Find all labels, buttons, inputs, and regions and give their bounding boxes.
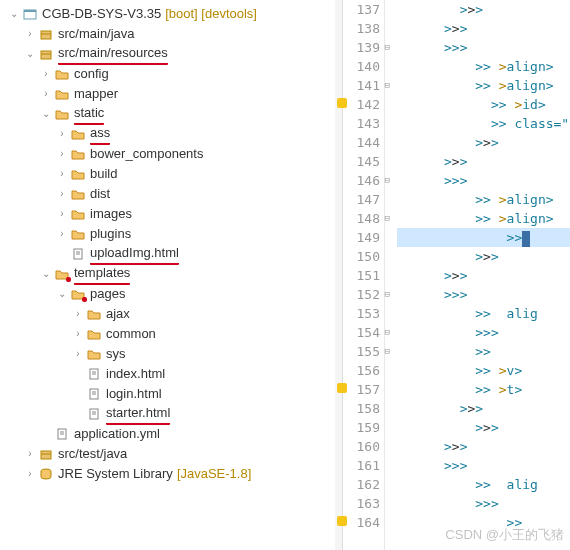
line-number[interactable]: 159 [343, 418, 380, 437]
code-line[interactable]: >> >align> [397, 76, 570, 95]
code-area[interactable]: >>> >>> >>> >> >align> >> >align> >> >id… [397, 0, 570, 532]
chevron-right-icon[interactable]: › [38, 84, 54, 104]
line-number[interactable]: 152⊟ [343, 285, 380, 304]
project-tree[interactable]: ⌄CGB-DB-SYS-V3.35 [boot] [devtools]›src/… [0, 0, 335, 550]
line-number[interactable]: 163 [343, 494, 380, 513]
code-line[interactable]: >>> [397, 0, 570, 19]
line-number[interactable]: 161 [343, 456, 380, 475]
code-line[interactable]: >>> [397, 19, 570, 38]
code-line[interactable]: >> >align> [397, 190, 570, 209]
code-line[interactable]: >>> [397, 171, 570, 190]
code-line[interactable]: >> >v> [397, 361, 570, 380]
line-number[interactable]: 150 [343, 247, 380, 266]
tree-item[interactable]: ⌄pages [4, 284, 335, 304]
chevron-right-icon[interactable]: › [70, 324, 86, 344]
tree-item[interactable]: ›dist [4, 184, 335, 204]
code-line[interactable]: >> alig [397, 304, 570, 323]
tree-item[interactable]: application.yml [4, 424, 335, 444]
tree-item[interactable]: ›bower_components [4, 144, 335, 164]
chevron-right-icon[interactable]: › [54, 224, 70, 244]
line-number[interactable]: 144 [343, 133, 380, 152]
tree-item[interactable]: ›JRE System Library [JavaSE-1.8] [4, 464, 335, 484]
line-number[interactable]: 140 [343, 57, 380, 76]
chevron-right-icon[interactable]: › [54, 204, 70, 224]
tree-item[interactable]: ›src/main/java [4, 24, 335, 44]
code-line[interactable]: >>> [397, 38, 570, 57]
chevron-down-icon[interactable]: ⌄ [22, 44, 38, 64]
line-number[interactable]: 145 [343, 152, 380, 171]
code-line[interactable]: >> >align> [397, 57, 570, 76]
code-line[interactable]: >>> [397, 133, 570, 152]
chevron-right-icon[interactable]: › [54, 124, 70, 144]
line-number[interactable]: 153 [343, 304, 380, 323]
code-line[interactable]: >> [397, 513, 570, 532]
code-line[interactable]: >>> [397, 456, 570, 475]
chevron-down-icon[interactable]: ⌄ [54, 284, 70, 304]
line-number[interactable]: 137 [343, 0, 380, 19]
chevron-right-icon[interactable]: › [22, 444, 38, 464]
line-number[interactable]: 156 [343, 361, 380, 380]
line-number[interactable]: 149 [343, 228, 380, 247]
tree-item[interactable]: starter.html [4, 404, 335, 424]
line-number[interactable]: 164 [343, 513, 380, 532]
code-line[interactable]: >>> [397, 152, 570, 171]
chevron-down-icon[interactable]: ⌄ [38, 264, 54, 284]
line-number[interactable]: 139⊟ [343, 38, 380, 57]
tree-item[interactable]: ⌄static [4, 104, 335, 124]
chevron-down-icon[interactable]: ⌄ [38, 104, 54, 124]
chevron-right-icon[interactable]: › [38, 64, 54, 84]
line-number[interactable]: 157 [343, 380, 380, 399]
line-number[interactable]: 138 [343, 19, 380, 38]
tree-item[interactable]: ›common [4, 324, 335, 344]
code-line[interactable]: >>> [397, 266, 570, 285]
tree-item[interactable]: ›ajax [4, 304, 335, 324]
tree-item[interactable]: ›build [4, 164, 335, 184]
chevron-right-icon[interactable]: › [22, 464, 38, 484]
tree-item[interactable]: ›mapper [4, 84, 335, 104]
chevron-right-icon[interactable]: › [54, 184, 70, 204]
line-number[interactable]: 160 [343, 437, 380, 456]
tree-item[interactable]: ›config [4, 64, 335, 84]
tree-item[interactable]: ⌄CGB-DB-SYS-V3.35 [boot] [devtools] [4, 4, 335, 24]
tree-item[interactable]: ⌄templates [4, 264, 335, 284]
line-number[interactable]: 155⊟ [343, 342, 380, 361]
chevron-down-icon[interactable]: ⌄ [6, 4, 22, 24]
chevron-right-icon[interactable]: › [70, 304, 86, 324]
code-line[interactable]: >>> [397, 418, 570, 437]
code-line[interactable]: >>> [397, 494, 570, 513]
chevron-right-icon[interactable]: › [54, 164, 70, 184]
line-number[interactable]: 154⊟ [343, 323, 380, 342]
tree-item[interactable]: ›plugins [4, 224, 335, 244]
line-number[interactable]: 151 [343, 266, 380, 285]
code-line[interactable]: >> >align> [397, 209, 570, 228]
code-line[interactable]: >> [397, 342, 570, 361]
tree-item[interactable]: uploadImg.html [4, 244, 335, 264]
tree-item[interactable]: ›ass [4, 124, 335, 144]
tree-item[interactable]: ›src/test/java [4, 444, 335, 464]
line-number[interactable]: 143 [343, 114, 380, 133]
line-number[interactable]: 148⊟ [343, 209, 380, 228]
tree-item[interactable]: login.html [4, 384, 335, 404]
code-line[interactable]: >>> [397, 437, 570, 456]
code-line[interactable]: >> class="ent">&nbsp;>>> [397, 114, 570, 133]
tree-item[interactable]: ›sys [4, 344, 335, 364]
tree-item[interactable]: ›images [4, 204, 335, 224]
line-number[interactable]: 158 [343, 399, 380, 418]
line-number[interactable]: 141⊟ [343, 76, 380, 95]
line-number[interactable]: 142 [343, 95, 380, 114]
line-gutter[interactable]: 137138139⊟140141⊟142143144145146⊟147148⊟… [343, 0, 385, 550]
code-line[interactable]: >> >id> [397, 95, 570, 114]
line-number[interactable]: 147 [343, 190, 380, 209]
code-editor[interactable]: 137138139⊟140141⊟142143144145146⊟147148⊟… [335, 0, 570, 550]
line-number[interactable]: 146⊟ [343, 171, 380, 190]
chevron-right-icon[interactable]: › [70, 344, 86, 364]
code-line[interactable]: >> [397, 228, 570, 247]
code-line[interactable]: >>> [397, 323, 570, 342]
line-number[interactable]: 162 [343, 475, 380, 494]
tree-item[interactable]: ⌄src/main/resources [4, 44, 335, 64]
chevron-right-icon[interactable]: › [22, 24, 38, 44]
code-line[interactable]: >>> [397, 285, 570, 304]
code-line[interactable]: >> >t> [397, 380, 570, 399]
chevron-right-icon[interactable]: › [54, 144, 70, 164]
code-line[interactable]: >> alig [397, 475, 570, 494]
